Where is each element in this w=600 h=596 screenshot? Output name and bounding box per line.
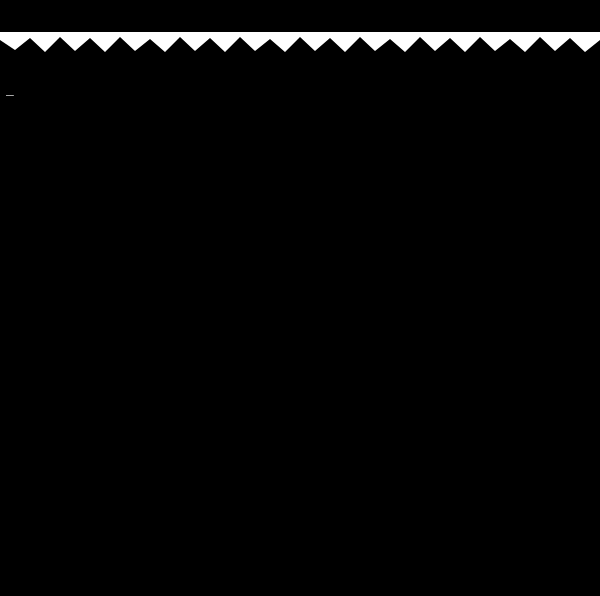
torn-edge-divider (0, 32, 600, 56)
cursor: _ (6, 83, 14, 98)
prompt-idle[interactable]: _ (6, 84, 594, 99)
